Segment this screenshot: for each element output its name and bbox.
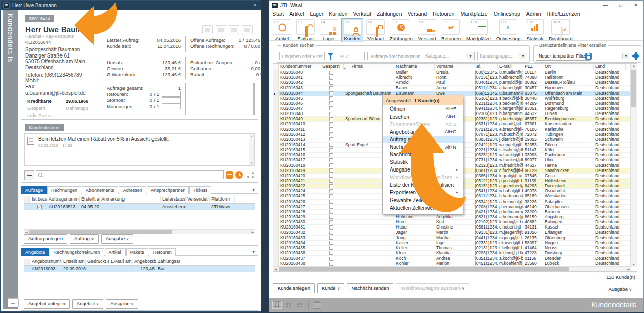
right-titlebar[interactable]: JTL JTL-Wawi bbox=[269, 1, 643, 10]
button[interactable]: Angebot anlegen bbox=[24, 299, 70, 309]
gesperrt-checkbox[interactable] bbox=[329, 81, 333, 85]
button[interactable]: Kunde bbox=[317, 283, 345, 293]
button[interactable]: Auftrag anlegen bbox=[24, 234, 67, 244]
kategorie-select[interactable]: Kategorie... bbox=[423, 52, 475, 60]
view-grid-icon[interactable] bbox=[272, 301, 282, 309]
gesperrt-checkbox[interactable] bbox=[329, 189, 333, 193]
menu-item[interactable]: Onlineshop bbox=[494, 11, 520, 17]
order-number-input[interactable]: Auftrags-/Rechnungsnummer... bbox=[367, 52, 420, 60]
ausgabe-button[interactable]: Ausgabe bbox=[604, 286, 636, 292]
menu-item[interactable]: Lager bbox=[310, 11, 323, 17]
offer-row[interactable]: AN2016093 20.09.2016 123,46 Bar bbox=[24, 266, 255, 272]
plz-input[interactable]: PLZ... bbox=[338, 52, 365, 60]
toolbar-button[interactable]: F9 Retouren bbox=[439, 18, 463, 42]
gesperrt-checkbox[interactable] bbox=[329, 179, 333, 183]
workflow-icon[interactable] bbox=[247, 172, 254, 178]
gesperrt-checkbox[interactable] bbox=[329, 215, 333, 219]
menu-item[interactable]: Retouren bbox=[433, 11, 454, 17]
table-row[interactable]: KU20160438 Köhler Marion (0451)1234.. m.… bbox=[273, 261, 631, 266]
briefcase-icon[interactable] bbox=[313, 302, 321, 309]
gesperrt-checkbox[interactable] bbox=[329, 168, 333, 173]
gesperrt-checkbox[interactable] bbox=[329, 158, 333, 162]
tab[interactable]: Ansprechpartner bbox=[147, 186, 189, 194]
gesperrt-checkbox[interactable] bbox=[329, 143, 333, 147]
button[interactable]: Kunde anlegen bbox=[273, 283, 315, 293]
gesperrt-checkbox[interactable] bbox=[329, 137, 333, 141]
new-temp-filter-button[interactable]: Neuer temporärer Filter bbox=[536, 52, 590, 61]
menu-item[interactable]: Marktplätze bbox=[460, 11, 487, 17]
col-land[interactable]: Land bbox=[594, 64, 626, 70]
col-kundennummer[interactable]: Kundennummer bbox=[279, 64, 317, 70]
col-gesperrt[interactable]: Gesperrt bbox=[317, 64, 344, 70]
col-vorname[interactable]: Vorname bbox=[435, 64, 473, 70]
table-hscrollbar[interactable]: ◀▶ bbox=[273, 266, 631, 271]
order-row[interactable]: AU20160513 04.05.2016 Ausstehend JTLWawi bbox=[24, 204, 255, 210]
menu-item[interactable]: Verkauf bbox=[353, 11, 371, 17]
kundengruppe-select[interactable]: Kundengruppe... bbox=[477, 52, 527, 60]
gesperrt-checkbox[interactable] bbox=[329, 106, 333, 110]
minimize-icon[interactable]: — bbox=[598, 1, 613, 10]
customer-email[interactable]: u.baumann@jtl-beispiel.de bbox=[25, 90, 86, 96]
gesperrt-checkbox[interactable] bbox=[329, 174, 333, 178]
button[interactable]: Ausgabe bbox=[101, 234, 134, 244]
toolbar-button[interactable]: F5 Kunden bbox=[341, 18, 363, 42]
gesperrt-checkbox[interactable] bbox=[329, 205, 333, 209]
button[interactable]: Nachricht senden bbox=[347, 283, 393, 293]
table-row[interactable]: KU2016042 Arnold Paul (0340)1234.. p.arn… bbox=[273, 80, 631, 86]
gesperrt-checkbox[interactable] bbox=[329, 117, 333, 121]
button[interactable]: Ausgabe bbox=[106, 299, 138, 309]
maximize-icon[interactable]: □ bbox=[613, 1, 628, 10]
tab[interactable]: Artikel bbox=[105, 248, 126, 256]
table-row[interactable]: KU20160435 Keller Thomas (02131)123.. t.… bbox=[273, 246, 631, 251]
tab[interactable]: Rechnungen bbox=[47, 186, 81, 194]
box-icon[interactable] bbox=[242, 25, 253, 34]
table-row[interactable]: KU20160432 Jäger Martin (09131)123.. m.j… bbox=[273, 230, 631, 235]
gesperrt-checkbox[interactable] bbox=[329, 96, 333, 100]
col-ort[interactable]: Ort bbox=[543, 64, 594, 70]
add-note-button[interactable] bbox=[24, 170, 34, 180]
gesperrt-checkbox[interactable] bbox=[329, 153, 333, 157]
table-row[interactable]: KU2016040 Müller Ursula (030)12345.. u.m… bbox=[273, 70, 631, 75]
gesperrt-checkbox[interactable] bbox=[329, 241, 333, 245]
history-scrollbar[interactable]: ▲▼ bbox=[249, 134, 254, 165]
button[interactable]: Auftrag bbox=[70, 234, 99, 244]
table-row[interactable]: KU20160434 Kaiser Inge (02331)123.. i.ka… bbox=[273, 241, 631, 246]
stat-input[interactable] bbox=[162, 103, 181, 109]
col-tel[interactable]: Tel. bbox=[473, 64, 498, 70]
table-row[interactable]: KU20160430 Horn Kurt (02102)123.. k.horn… bbox=[273, 220, 631, 225]
paid-checkbox[interactable] bbox=[37, 205, 42, 209]
gesperrt-checkbox[interactable] bbox=[329, 257, 333, 261]
gesperrt-checkbox[interactable] bbox=[329, 251, 333, 255]
gesperrt-checkbox[interactable] bbox=[329, 76, 333, 80]
gesperrt-checkbox[interactable] bbox=[329, 122, 333, 126]
tab[interactable]: Retouren bbox=[149, 248, 176, 256]
gesperrt-checkbox[interactable] bbox=[329, 184, 333, 188]
toolbar-button[interactable]: Alt+D Dashboard bbox=[547, 18, 574, 42]
tab[interactable]: Adressen bbox=[119, 186, 146, 194]
col-nachname[interactable]: Nachname bbox=[394, 64, 435, 70]
filter-funnel-icon[interactable] bbox=[327, 53, 334, 60]
gesperrt-checkbox[interactable] bbox=[329, 220, 333, 224]
gesperrt-checkbox[interactable] bbox=[329, 236, 333, 240]
context-menu-item[interactable]: Öffnen Alt+E ▸ bbox=[383, 105, 463, 113]
view-tiles-icon[interactable] bbox=[285, 301, 293, 308]
toolbar-button[interactable]: F10 Marktplätze bbox=[464, 18, 493, 42]
stat-input[interactable] bbox=[162, 91, 181, 97]
gesperrt-checkbox[interactable] bbox=[329, 91, 333, 95]
history-list[interactable]: Beim letzten Mal einen Rabatt von 5% in … bbox=[24, 133, 255, 166]
gesperrt-checkbox[interactable] bbox=[329, 132, 333, 136]
col-firma[interactable]: ▲Firma bbox=[344, 64, 394, 70]
col-plz[interactable]: PLZ bbox=[523, 64, 543, 70]
gesperrt-checkbox[interactable] bbox=[329, 71, 333, 75]
context-menu-item[interactable]: Löschen Alt+L ▸ bbox=[383, 113, 463, 121]
gesperrt-checkbox[interactable] bbox=[329, 200, 333, 204]
tab-kundenhistorie[interactable]: Kundenhistorie bbox=[25, 124, 64, 131]
tab[interactable]: Tickets bbox=[189, 186, 211, 194]
customer-search-input[interactable]: Eingeben oder Filter wählen... bbox=[279, 52, 325, 60]
col-email[interactable]: E-Mail bbox=[498, 64, 523, 70]
toolbar-button[interactable]: F12 Statistik bbox=[524, 18, 546, 42]
gesperrt-checkbox[interactable] bbox=[329, 210, 333, 214]
close-icon[interactable]: × bbox=[254, 2, 257, 8]
gesperrt-checkbox[interactable] bbox=[329, 225, 333, 230]
close-icon[interactable]: ✕ bbox=[628, 1, 643, 10]
